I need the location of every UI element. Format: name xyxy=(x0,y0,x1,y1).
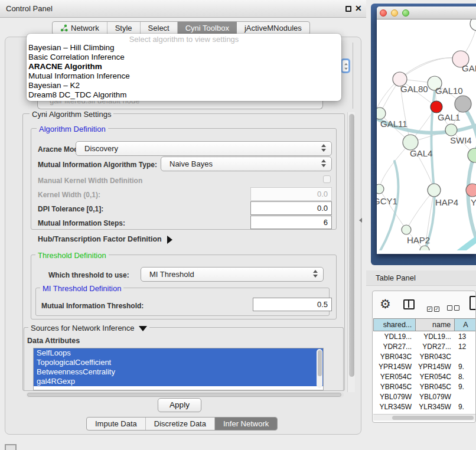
sources-toggle[interactable]: Sources for Network Inference xyxy=(28,324,149,332)
attribute-item-selected[interactable]: SelfLoops xyxy=(34,348,323,358)
table-horizontal-scrollbar[interactable] xyxy=(373,414,476,420)
table-cell: 12 xyxy=(456,341,476,351)
table-cell: 9. xyxy=(456,381,476,392)
tab-cyni-toolbox[interactable]: Cyni Toolbox xyxy=(178,22,237,34)
network-node[interactable] xyxy=(377,184,384,194)
table-row[interactable]: YPR145WYPR145W9. xyxy=(373,361,476,371)
tab-select[interactable]: Select xyxy=(141,22,178,34)
network-window-titlebar[interactable] xyxy=(377,6,476,19)
close-icon[interactable]: ✕ xyxy=(355,4,362,13)
manual-kernel-checkbox[interactable] xyxy=(323,175,331,183)
data-attributes-label: Data Attributes xyxy=(27,337,80,345)
table-cell: YPR145W xyxy=(416,361,456,371)
table-cell: YBR045C xyxy=(416,381,456,392)
settings-vertical-scrollbar[interactable] xyxy=(347,112,355,392)
tab-jactivemnodules[interactable]: jActiveMNodules xyxy=(237,22,309,34)
select-all-columns-icon[interactable]: ✓✓ xyxy=(427,302,441,313)
network-node[interactable] xyxy=(466,184,476,197)
column-layout-icon[interactable] xyxy=(403,299,415,309)
mi-threshold-field[interactable]: 0.5 xyxy=(253,298,332,311)
tab-style[interactable]: Style xyxy=(107,22,141,34)
table-panel-title: Table Panel xyxy=(376,273,416,282)
table-cell: YBL079W xyxy=(373,392,416,402)
minimized-panel-chip[interactable] xyxy=(5,444,17,450)
dpi-tolerance-field[interactable]: 0.0 xyxy=(250,201,332,215)
network-node[interactable] xyxy=(428,184,441,197)
algorithm-option[interactable]: Basic Correlation Inference xyxy=(27,53,341,62)
node-label: GAL80 xyxy=(400,84,428,94)
network-canvas[interactable]: GAL80GALGAL10GAL1GAL11SWI4GAL4GCY1HAP4YH… xyxy=(377,19,476,250)
aracne-mode-select[interactable]: Discovery xyxy=(76,141,332,156)
kernel-width-field[interactable]: 0.0 xyxy=(250,187,332,201)
gear-icon[interactable]: ⚙ xyxy=(380,297,391,311)
tab-discretize-data[interactable]: Discretize Data xyxy=(146,418,215,430)
table-toolbar: ⚙ ✓✓ xyxy=(373,295,476,317)
algorithm-definition-title: Algorithm Definition xyxy=(37,125,108,133)
network-node[interactable] xyxy=(470,19,476,31)
network-window: GAL80GALGAL10GAL1GAL11SWI4GAL4GCY1HAP4YH… xyxy=(377,6,476,254)
apply-button[interactable]: Apply xyxy=(158,398,201,412)
column-header-shared-name[interactable]: shared... xyxy=(373,318,416,331)
tab-network[interactable]: Network xyxy=(53,22,107,34)
network-node[interactable] xyxy=(431,101,442,113)
algorithm-option[interactable]: ARACNE Algorithm xyxy=(27,62,341,71)
network-node[interactable] xyxy=(468,148,476,162)
mi-steps-field[interactable]: 6 xyxy=(250,216,332,229)
table-cell: YDR27... xyxy=(373,341,416,351)
network-node[interactable] xyxy=(402,225,411,234)
algorithm-option[interactable]: Dream8 DC_TDC Algorithm xyxy=(27,90,341,100)
mi-threshold-label: Mutual Information Threshold: xyxy=(41,302,144,310)
table-row[interactable]: YBR043CYBR043C xyxy=(373,351,476,361)
attributes-scrollbar-thumb[interactable] xyxy=(318,350,322,376)
table-cell: YER054C xyxy=(416,371,456,381)
table-row[interactable]: YLR345WYLR345W9. xyxy=(373,402,476,412)
network-node[interactable] xyxy=(377,107,386,119)
minimize-traffic-light-icon[interactable] xyxy=(391,9,398,17)
network-node[interactable] xyxy=(455,96,471,112)
node-label: SWI4 xyxy=(450,135,472,145)
algorithm-option[interactable]: Bayesian – Hill Climbing xyxy=(27,43,341,53)
panel-divider-grip[interactable] xyxy=(359,218,362,223)
table-row[interactable]: YDL19...YDL19...13 xyxy=(373,331,476,341)
settings-horizontal-scrollbar[interactable] xyxy=(26,392,344,397)
tab-infer-network[interactable]: Infer Network xyxy=(215,418,277,430)
zoom-traffic-light-icon[interactable] xyxy=(402,9,409,17)
which-threshold-select[interactable]: MI Threshold xyxy=(141,267,324,282)
close-traffic-light-icon[interactable] xyxy=(380,9,387,17)
table-cell: 13 xyxy=(456,331,476,341)
mi-type-select[interactable]: Naive Bayes xyxy=(161,156,332,171)
tab-impute-data[interactable]: Impute Data xyxy=(87,418,146,430)
column-header-name[interactable]: name xyxy=(416,318,455,331)
manual-kernel-label: Manual Kernel Width Definition xyxy=(38,177,142,185)
table-row[interactable]: YBR045CYBR045C9. xyxy=(373,381,476,392)
network-window-frame[interactable]: GAL80GALGAL10GAL1GAL11SWI4GAL4GCY1HAP4YH… xyxy=(371,4,476,265)
algorithm-option[interactable]: Bayesian – K2 xyxy=(27,81,341,90)
table-row[interactable]: YBL079WYBL079W xyxy=(373,392,476,402)
table-row[interactable]: YDR27...YDR27...12 xyxy=(373,341,476,351)
table-cell xyxy=(456,392,476,402)
cyni-bottom-tabs: Impute Data Discretize Data Infer Networ… xyxy=(86,417,278,431)
algorithm-option[interactable]: Mutual Information Inference xyxy=(27,71,341,81)
network-node[interactable] xyxy=(445,124,457,136)
node-label: HAP4 xyxy=(435,197,458,207)
control-panel-tabs: Network Style Select Cyni Toolbox jActiv… xyxy=(52,21,310,35)
float-window-icon[interactable] xyxy=(345,6,351,12)
table-cell: YBR043C xyxy=(416,351,456,361)
table-row[interactable]: YER054CYER054C8. xyxy=(373,371,476,381)
data-attributes-list[interactable]: SelfLoopsTopologicalCoefficientBetweenne… xyxy=(33,348,324,390)
network-node[interactable] xyxy=(420,246,429,250)
table-cell: YPR145W xyxy=(373,361,416,371)
hub-definition-toggle[interactable]: Hub/Transcription Factor Definition xyxy=(38,235,172,244)
new-table-icon[interactable] xyxy=(470,296,476,310)
table-cell xyxy=(456,351,476,361)
attribute-item-selected[interactable]: gal4RGexp xyxy=(34,377,323,386)
column-header-third[interactable]: A xyxy=(455,318,476,331)
deselect-all-columns-icon[interactable] xyxy=(447,302,461,313)
attribute-item-selected[interactable]: BetweennessCentrality xyxy=(34,367,323,377)
mi-threshold-group-title: MI Threshold Definition xyxy=(40,284,123,293)
attribute-item-selected[interactable]: TopologicalCoefficient xyxy=(34,358,323,367)
stepper-arrows-icon xyxy=(321,159,326,167)
node-label: GAL11 xyxy=(380,119,407,129)
node-label: GAL xyxy=(462,63,476,73)
table-cell: 9. xyxy=(456,402,476,412)
